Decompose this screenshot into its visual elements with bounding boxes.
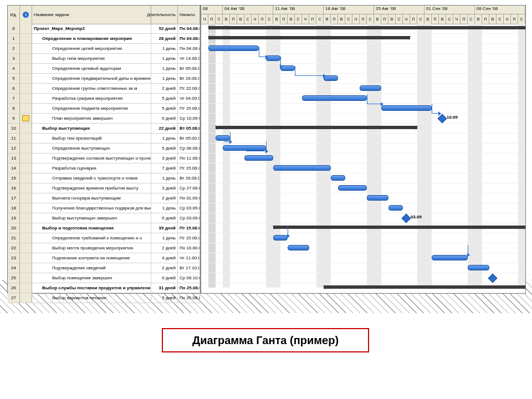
task-start[interactable]: Ср 03.09.08 — [178, 203, 200, 213]
task-start[interactable]: Пн 25.08.08 — [178, 283, 200, 293]
col-name[interactable]: Название задачи — [32, 6, 151, 24]
task-duration[interactable]: 2 дней — [151, 263, 178, 273]
task-duration[interactable]: 22 дней — [151, 124, 178, 133]
task-name[interactable]: Подтверждение согласия выступающих и про… — [32, 154, 151, 163]
task-start[interactable]: Пн 01.09.08 — [178, 193, 200, 203]
summary-bar[interactable] — [216, 126, 417, 129]
week-header[interactable]: 04 Авг '08 — [223, 6, 273, 14]
week-header[interactable]: 11 Авг '08 — [273, 6, 324, 14]
summary-bar[interactable] — [208, 26, 525, 29]
task-duration[interactable]: 1 день — [151, 44, 178, 53]
week-header[interactable]: 25 Авг '08 — [374, 6, 424, 14]
task-bar[interactable] — [432, 255, 468, 260]
task-name[interactable]: Разработка сценария — [32, 163, 151, 173]
task-row[interactable]: 15Отправка сведений о транспорте и плане… — [8, 173, 200, 183]
task-start[interactable]: Вт 05.08.08 — [178, 64, 200, 73]
col-info-icon[interactable]: i — [20, 6, 32, 24]
task-duration[interactable]: 1 день — [151, 64, 178, 73]
task-bar[interactable] — [223, 145, 266, 151]
task-name[interactable]: Определение требований к помещению и о — [32, 233, 151, 243]
task-duration[interactable]: 5 дней — [151, 104, 178, 113]
task-row[interactable]: 5Определение предварительной даты и врем… — [8, 74, 200, 84]
summary-bar[interactable] — [273, 226, 525, 229]
task-row[interactable]: 20Выбор и подготовка помещения39 днейПт … — [8, 223, 200, 233]
task-start[interactable]: Чт 14.08.08 — [178, 54, 200, 63]
task-start[interactable]: Пн 04.08.08 — [178, 24, 200, 33]
task-start[interactable]: Пт 15.08.08 — [178, 233, 200, 243]
task-start[interactable]: Пт 22.08.08 — [178, 84, 200, 93]
task-bar[interactable] — [216, 135, 230, 141]
task-start[interactable]: Пт 15.08.08 — [178, 223, 200, 233]
task-name[interactable]: Определение целей мероприятия — [32, 44, 151, 53]
task-duration[interactable]: 1 день — [151, 233, 178, 243]
task-duration[interactable]: 52 дней — [151, 24, 178, 33]
task-start[interactable]: Пн 10.00.00 — [178, 243, 200, 253]
task-row[interactable]: 3Выбор типа мероприятия1 деньЧт 14.08.08 — [8, 54, 200, 64]
task-name[interactable]: Выбор вариантов питания — [32, 293, 151, 303]
task-duration[interactable]: 31 дней — [151, 283, 178, 293]
week-header[interactable]: 08 — [201, 6, 223, 14]
week-header[interactable]: 18 Авг '08 — [324, 6, 374, 14]
task-start[interactable]: Вт 05.08.08 — [178, 124, 200, 133]
task-name[interactable]: Выбор места проведения мероприятия — [32, 243, 151, 253]
task-name[interactable]: Выплата гонорара выступающим — [32, 193, 151, 203]
task-duration[interactable]: 3 дней — [151, 183, 178, 193]
task-bar[interactable] — [208, 45, 259, 51]
task-name[interactable]: Подтверждение времени прибытия высту — [32, 183, 151, 193]
summary-bar[interactable] — [324, 285, 525, 289]
task-name[interactable]: Определение целевой аудитории — [32, 64, 151, 73]
task-row[interactable]: 17Выплата гонорара выступающим2 днейПн 0… — [8, 193, 200, 203]
task-duration[interactable]: 2 дней — [151, 193, 178, 203]
task-row[interactable]: 1Определение и планирование мероприя28 д… — [8, 34, 200, 44]
task-duration[interactable]: 4 дней — [151, 253, 178, 263]
task-name[interactable]: Определение группы ответственных за м — [32, 84, 151, 93]
task-row[interactable]: 4Определение целевой аудитории1 деньВт 0… — [8, 64, 200, 74]
task-name[interactable]: Определение бюджета мероприятия — [32, 104, 151, 113]
milestone[interactable] — [438, 114, 447, 124]
task-row[interactable]: 2Определение целей мероприятия1 деньПн 0… — [8, 44, 200, 54]
task-name[interactable]: Определение предварительной даты и време… — [32, 74, 151, 83]
task-duration[interactable]: 1 день — [151, 74, 178, 83]
task-row[interactable]: 19Выбор выступающих завершен0 днейСр 03.… — [8, 213, 200, 223]
task-start[interactable]: Ср 03.09.08 — [178, 213, 200, 223]
task-name[interactable]: Подписание контракта на помещение — [32, 253, 151, 263]
task-duration[interactable]: 0 дней — [151, 114, 178, 123]
task-row[interactable]: 10Выбор выступающих22 днейВт 05.08.08 — [8, 124, 200, 134]
week-header[interactable]: 08 Сен '08 — [475, 6, 525, 14]
summary-bar[interactable] — [208, 36, 410, 39]
task-start[interactable]: Чт 11.00.00 — [178, 253, 200, 263]
task-bar[interactable] — [266, 55, 280, 61]
task-bar[interactable] — [388, 205, 403, 211]
task-name[interactable]: Проект_Марк_Меропр2 — [32, 24, 151, 33]
task-duration[interactable]: 28 дней — [151, 34, 178, 43]
task-start[interactable]: Пн 11.08.08 — [178, 154, 200, 163]
task-name[interactable]: Выбор тем презентаций — [32, 134, 151, 143]
task-row[interactable]: 27Выбор вариантов питания5 днейПн 25.08.… — [8, 293, 200, 303]
col-duration[interactable]: Длительность — [151, 6, 178, 24]
task-bar[interactable] — [273, 235, 288, 241]
task-name[interactable]: Определение и планирование мероприя — [32, 34, 151, 43]
task-bar[interactable] — [338, 185, 367, 191]
task-name[interactable]: Выбор и подготовка помещения — [32, 223, 151, 233]
task-name[interactable]: Выбор выступающих завершен — [32, 213, 151, 223]
task-name[interactable]: Выбор службы поставки продуктов и управл… — [32, 283, 151, 293]
task-start[interactable]: Ср 08.10.08 — [178, 273, 200, 283]
task-duration[interactable]: 3 дней — [151, 154, 178, 163]
task-start[interactable]: Пн 04.08.08 — [178, 34, 200, 43]
task-duration[interactable]: 7 дней — [151, 163, 178, 173]
task-bar[interactable] — [360, 85, 381, 91]
task-start[interactable]: Пн 25.08.08 — [178, 293, 200, 303]
task-start[interactable]: Пт 15.08.08 — [178, 163, 200, 173]
task-start[interactable]: Вт 17.10.08 — [178, 263, 200, 273]
task-row[interactable]: 21Определение требований к помещению и о… — [8, 233, 200, 243]
task-row[interactable]: 6Определение группы ответственных за м2 … — [8, 84, 200, 94]
gantt-chart[interactable]: 10.0903.09 — [201, 24, 525, 293]
task-duration[interactable]: 2 дней — [151, 243, 178, 253]
task-duration[interactable]: 1 день — [151, 54, 178, 63]
task-name[interactable]: Выбор выступающих — [32, 124, 151, 133]
task-duration[interactable]: 5 дней — [151, 94, 178, 103]
task-row[interactable]: 22Выбор места проведения мероприятия2 дн… — [8, 243, 200, 253]
task-row[interactable]: 14Разработка сценария7 днейПт 15.08.08 — [8, 163, 200, 173]
task-name[interactable]: План мероприятия завершен — [32, 114, 151, 123]
milestone[interactable] — [488, 274, 498, 283]
